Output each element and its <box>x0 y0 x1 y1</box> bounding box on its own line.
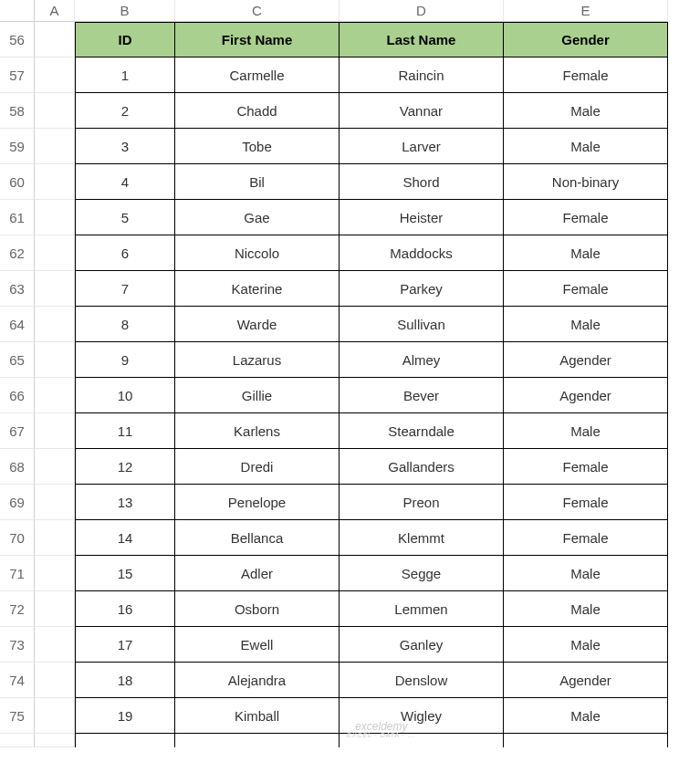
cell[interactable]: Penelope <box>175 485 340 520</box>
row-header[interactable]: 74 <box>0 663 35 698</box>
cell[interactable]: Niccolo <box>175 235 340 271</box>
cell[interactable]: Kimball <box>175 698 340 734</box>
cell[interactable]: Heister <box>340 200 504 235</box>
column-header-B[interactable]: B <box>75 0 175 22</box>
cell[interactable] <box>35 164 75 200</box>
cell[interactable]: Male <box>504 413 668 449</box>
row-header[interactable]: 69 <box>0 485 35 520</box>
cell[interactable]: Lazarus <box>175 342 340 378</box>
cell[interactable] <box>35 627 75 663</box>
cell[interactable]: Wigley <box>340 698 504 734</box>
row-header[interactable]: 70 <box>0 520 35 556</box>
cell[interactable] <box>504 734 668 747</box>
cell[interactable] <box>35 591 75 627</box>
cell[interactable]: Male <box>504 93 668 129</box>
cell[interactable]: Dredi <box>175 449 340 485</box>
cell[interactable]: Gender <box>504 22 668 57</box>
cell[interactable]: Raincin <box>340 57 504 93</box>
cell[interactable]: 1 <box>75 57 175 93</box>
cell[interactable]: 12 <box>75 449 175 485</box>
row-header[interactable]: 62 <box>0 235 35 271</box>
row-header[interactable]: 72 <box>0 591 35 627</box>
cell[interactable]: Gillie <box>175 378 340 413</box>
cell[interactable]: Agender <box>504 342 668 378</box>
cell[interactable]: Female <box>504 200 668 235</box>
cell[interactable] <box>35 200 75 235</box>
cell[interactable] <box>340 734 504 747</box>
cell[interactable]: Bil <box>175 164 340 200</box>
cell[interactable]: Non-binary <box>504 164 668 200</box>
cell[interactable]: Ganley <box>340 627 504 663</box>
cell[interactable]: First Name <box>175 22 340 57</box>
cell[interactable]: 13 <box>75 485 175 520</box>
row-header[interactable]: 63 <box>0 271 35 307</box>
cell[interactable] <box>75 734 175 747</box>
column-header-E[interactable]: E <box>504 0 668 22</box>
cell[interactable]: Vannar <box>340 93 504 129</box>
cell[interactable]: 3 <box>75 129 175 164</box>
row-header[interactable]: 66 <box>0 378 35 413</box>
cell[interactable]: Warde <box>175 307 340 342</box>
cell[interactable]: Male <box>504 627 668 663</box>
cell[interactable]: Last Name <box>340 22 504 57</box>
cell[interactable]: Female <box>504 271 668 307</box>
row-header[interactable]: 57 <box>0 57 35 93</box>
row-header[interactable] <box>0 734 35 747</box>
row-header[interactable]: 73 <box>0 627 35 663</box>
cell[interactable]: 8 <box>75 307 175 342</box>
column-header-A[interactable]: A <box>35 0 75 22</box>
cell[interactable]: ID <box>75 22 175 57</box>
cell[interactable]: Segge <box>340 556 504 591</box>
cell[interactable]: Denslow <box>340 663 504 698</box>
cell[interactable]: 11 <box>75 413 175 449</box>
row-header[interactable]: 59 <box>0 129 35 164</box>
cell[interactable]: Stearndale <box>340 413 504 449</box>
cell[interactable]: Klemmt <box>340 520 504 556</box>
cell[interactable] <box>35 378 75 413</box>
cell[interactable]: 9 <box>75 342 175 378</box>
cell[interactable] <box>35 22 75 57</box>
cell[interactable]: Female <box>504 449 668 485</box>
cell[interactable]: Female <box>504 520 668 556</box>
cell[interactable]: Ewell <box>175 627 340 663</box>
cell[interactable]: 17 <box>75 627 175 663</box>
cell[interactable]: Male <box>504 129 668 164</box>
cell[interactable] <box>35 307 75 342</box>
cell[interactable]: Osborn <box>175 591 340 627</box>
cell[interactable]: Chadd <box>175 93 340 129</box>
cell[interactable]: Agender <box>504 663 668 698</box>
cell[interactable] <box>35 413 75 449</box>
cell[interactable] <box>35 235 75 271</box>
cell[interactable]: Preon <box>340 485 504 520</box>
cell[interactable]: Male <box>504 307 668 342</box>
cell[interactable] <box>35 485 75 520</box>
cell[interactable] <box>35 449 75 485</box>
cell[interactable]: 14 <box>75 520 175 556</box>
cell[interactable]: Agender <box>504 378 668 413</box>
cell[interactable]: 15 <box>75 556 175 591</box>
cell[interactable]: Male <box>504 235 668 271</box>
cell[interactable]: Gae <box>175 200 340 235</box>
cell[interactable]: Gallanders <box>340 449 504 485</box>
cell[interactable]: 5 <box>75 200 175 235</box>
row-header[interactable]: 67 <box>0 413 35 449</box>
cell[interactable] <box>175 734 340 747</box>
cell[interactable]: Carmelle <box>175 57 340 93</box>
cell[interactable] <box>35 663 75 698</box>
cell[interactable]: Female <box>504 57 668 93</box>
cell[interactable]: Bever <box>340 378 504 413</box>
cell[interactable]: 10 <box>75 378 175 413</box>
cell[interactable] <box>35 129 75 164</box>
cell[interactable] <box>35 698 75 734</box>
row-header[interactable]: 71 <box>0 556 35 591</box>
cell[interactable] <box>35 271 75 307</box>
row-header[interactable]: 65 <box>0 342 35 378</box>
cell[interactable]: Adler <box>175 556 340 591</box>
cell[interactable]: Shord <box>340 164 504 200</box>
cell[interactable] <box>35 556 75 591</box>
cell[interactable]: 19 <box>75 698 175 734</box>
cell[interactable] <box>35 57 75 93</box>
row-header[interactable]: 68 <box>0 449 35 485</box>
row-header[interactable]: 58 <box>0 93 35 129</box>
cell[interactable]: Female <box>504 485 668 520</box>
